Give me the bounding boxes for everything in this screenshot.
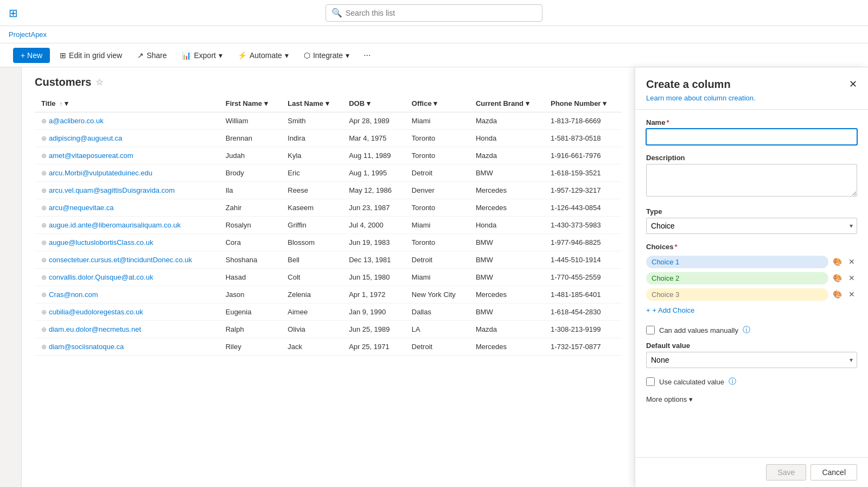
panel-title: Create a column [646,78,857,91]
can-add-values-checkbox[interactable] [646,326,655,334]
use-calculated-checkbox[interactable] [646,377,655,386]
cell-last-name: Blossom [281,234,342,251]
table-row[interactable]: ⊕convallis.dolor.Quisque@at.co.uk Hasad … [35,269,622,286]
default-value-select-wrapper: None Choice 1 Choice 2 Choice 3 ▾ [646,352,857,368]
choice-1-tag[interactable]: Choice 1 [646,256,828,268]
site-title[interactable]: ProjectApex [9,30,47,39]
cell-dob: Apr 1, 1972 [342,286,405,303]
search-box[interactable]: 🔍 [326,4,542,22]
choice-1-delete-button[interactable]: ✕ [846,255,857,268]
table-row[interactable]: ⊕diam.eu.dolor@necmetus.net Ralph Olivia… [35,321,622,338]
title-link[interactable]: convallis.dolor.Quisque@at.co.uk [49,273,153,281]
title-link[interactable]: cubilia@eudoloregestas.co.uk [49,308,143,316]
search-icon: 🔍 [331,8,342,18]
cell-brand: Mercedes [469,286,544,303]
table-row[interactable]: ⊕adipiscing@augueut.ca Brennan Indira Ma… [35,130,622,147]
description-textarea[interactable] [646,164,857,197]
title-link[interactable]: consectetuer.cursus.et@tinciduntDonec.co… [49,256,192,264]
cell-first-name: Shoshana [219,251,282,269]
cell-first-name: Cora [219,234,282,251]
title-link[interactable]: diam.eu.dolor@necmetus.net [49,325,141,333]
panel-body: Name* Description Type Choice Text Numbe… [635,110,868,457]
title-link[interactable]: a@aclibero.co.uk [49,117,104,125]
favorite-star-icon[interactable]: ☆ [95,77,103,87]
choice-3-delete-button[interactable]: ✕ [846,288,857,301]
learn-more-link[interactable]: Learn more about column creation. [646,94,756,102]
col-first-name[interactable]: First Name ▾ [219,95,282,112]
list-title: Customers ☆ [35,67,622,95]
title-link[interactable]: augue.id.ante@liberomaurisaliquam.co.uk [49,221,181,229]
type-select[interactable]: Choice Text Number Date Person Yes/No Hy… [646,218,857,234]
save-button[interactable]: Save [766,464,806,480]
table-row[interactable]: ⊕arcu@nequevitae.ca Zahir Kaseem Jun 23,… [35,199,622,217]
title-link[interactable]: arcu@nequevitae.ca [49,204,113,212]
table-row[interactable]: ⊕arcu.vel.quam@sagittisDuisgravida.com I… [35,182,622,199]
cell-last-name: Griffin [281,217,342,234]
choice-3-tag[interactable]: Choice 3 [646,288,828,301]
choice-2-tag[interactable]: Choice 2 [646,272,828,284]
cell-dob: Apr 28, 1989 [342,112,405,130]
cell-last-name: Colt [281,269,342,286]
table-row[interactable]: ⊕cubilia@eudoloregestas.co.uk Eugenia Ai… [35,303,622,321]
name-input[interactable] [646,129,857,145]
table-row[interactable]: ⊕diam@sociisnatoque.ca Riley Jack Apr 25… [35,338,622,356]
cancel-button[interactable]: Cancel [810,464,857,480]
title-link[interactable]: adipiscing@augueut.ca [49,134,122,142]
automate-button[interactable]: ⚡ Automate ▾ [232,48,294,63]
col-chevron-icon4: ▾ [433,99,437,107]
integrate-button[interactable]: ⬡ Integrate ▾ [298,48,355,63]
choice-3-color-button[interactable]: 🎨 [831,288,844,301]
default-value-select[interactable]: None Choice 1 Choice 2 Choice 3 [646,352,857,368]
title-link[interactable]: diam@sociisnatoque.ca [49,343,124,351]
table-row[interactable]: ⊕amet@vitaeposuereat.com Judah Kyla Aug … [35,147,622,165]
add-choice-button[interactable]: + + Add Choice [646,304,694,317]
export-button[interactable]: 📊 Export ▾ [176,48,227,63]
table-row[interactable]: ⊕arcu.Morbi@vulputateduinec.edu Brody Er… [35,165,622,182]
cell-dob: Jul 4, 2000 [342,217,405,234]
can-add-values-label: Can add values manually [659,326,738,334]
type-select-wrapper: Choice Text Number Date Person Yes/No Hy… [646,218,857,234]
cell-office: Detroit [405,338,469,356]
title-link[interactable]: amet@vitaeposuereat.com [49,151,133,160]
table-row[interactable]: ⊕a@aclibero.co.uk William Smith Apr 28, … [35,112,622,130]
more-commands-button[interactable]: ··· [359,47,375,64]
search-input[interactable] [346,9,537,17]
col-office[interactable]: Office ▾ [405,95,469,112]
description-field-group: Description [646,154,857,199]
table-row[interactable]: ⊕augue.id.ante@liberomaurisaliquam.co.uk… [35,217,622,234]
more-options-button[interactable]: More options ▾ [646,393,693,406]
cell-first-name: William [219,112,282,130]
use-calculated-info-icon[interactable]: ⓘ [729,377,736,387]
cell-phone: 1-977-946-8825 [544,234,622,251]
col-dob[interactable]: DOB ▾ [342,95,405,112]
col-brand[interactable]: Current Brand ▾ [469,95,544,112]
choice-2-delete-button[interactable]: ✕ [846,271,857,284]
title-link[interactable]: arcu.vel.quam@sagittisDuisgravida.com [49,186,175,194]
cell-dob: Mar 4, 1975 [342,130,405,147]
table-row[interactable]: ⊕Cras@non.com Jason Zelenia Apr 1, 1972 … [35,286,622,303]
table-row[interactable]: ⊕consectetuer.cursus.et@tinciduntDonec.c… [35,251,622,269]
row-icon: ⊕ [41,222,47,229]
title-link[interactable]: augue@luctuslobortisClass.co.uk [49,238,153,246]
can-add-values-row: Can add values manually ⓘ [646,325,857,335]
cell-last-name: Eric [281,165,342,182]
col-phone[interactable]: Phone Number ▾ [544,95,622,112]
cell-brand: Honda [469,130,544,147]
new-button[interactable]: + New [13,48,50,63]
choice-1-color-button[interactable]: 🎨 [831,255,844,268]
panel-close-button[interactable]: ✕ [847,76,859,92]
col-title[interactable]: Title ↑ ▾ [35,95,219,112]
table-row[interactable]: ⊕augue@luctuslobortisClass.co.uk Cora Bl… [35,234,622,251]
edit-grid-button[interactable]: ⊞ Edit in grid view [54,48,127,63]
title-link[interactable]: arcu.Morbi@vulputateduinec.edu [49,169,152,177]
cell-first-name: Judah [219,147,282,165]
filter-icon[interactable]: ▾ [65,99,68,107]
title-link[interactable]: Cras@non.com [49,290,98,299]
cell-last-name: Reese [281,182,342,199]
col-last-name[interactable]: Last Name ▾ [281,95,342,112]
choice-2-color-button[interactable]: 🎨 [831,271,844,284]
share-button[interactable]: ↗ Share [132,48,172,63]
type-field-group: Type Choice Text Number Date Person Yes/… [646,207,857,234]
default-value-label: Default value [646,341,857,350]
can-add-values-info-icon[interactable]: ⓘ [743,325,750,335]
